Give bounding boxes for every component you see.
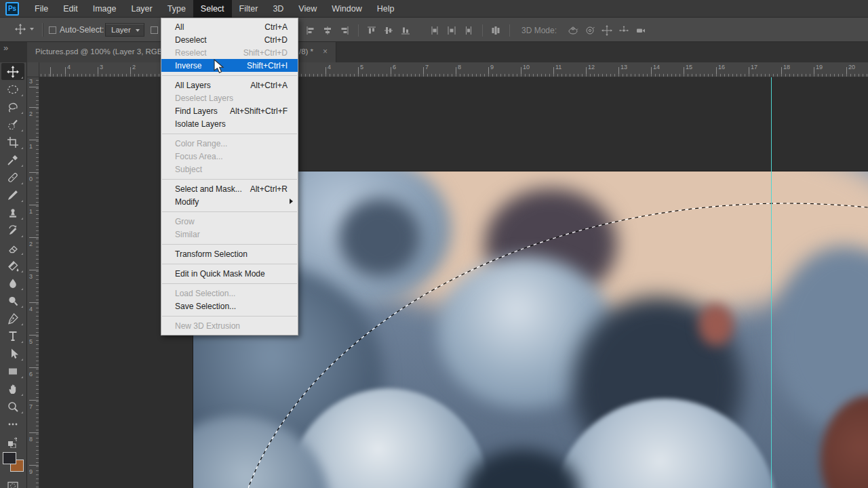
menu-item-label: Inverse [175,61,201,70]
edit-toolbar-tool[interactable] [1,415,24,432]
foreground-color-swatch[interactable] [3,452,16,464]
align-horizontal-centers-icon[interactable] [322,25,334,36]
vertical-guide[interactable] [771,77,772,488]
options-separator [358,24,359,37]
menu-item-label: All [175,22,184,32]
ruler-corner [27,62,39,77]
3d-mode-label: 3D Mode: [521,26,557,35]
vertical-ruler[interactable]: 3210123456789 [27,77,39,488]
tab-close-icon[interactable]: × [323,47,328,56]
pan-3d-camera-icon[interactable] [601,25,613,36]
move-tool-options-icon [15,24,26,35]
menu-item-edit-in-quick-mask-mode[interactable]: Edit in Quick Mask Mode [161,267,298,280]
menubar-item-window[interactable]: Window [324,0,369,18]
align-right-edges-icon[interactable] [339,25,351,36]
menu-item-inverse[interactable]: InverseShift+Ctrl+I [161,59,298,72]
menu-item-transform-selection[interactable]: Transform Selection [161,247,298,260]
menubar-item-3d[interactable]: 3D [265,0,291,18]
align-vertical-centers-icon[interactable] [383,25,395,36]
menubar-item-file[interactable]: File [27,0,56,18]
menu-item-all-layers[interactable]: All LayersAlt+Ctrl+A [161,79,298,92]
h-ruler-number: 18 [783,64,790,70]
marquee-tool[interactable] [1,81,24,98]
distribute-center-icon[interactable] [446,25,458,36]
eyedropper-tool[interactable] [1,151,24,168]
blur-tool[interactable] [1,274,24,291]
menu-separator [162,264,297,264]
hand-tool[interactable] [1,380,24,397]
crop-icon [7,136,19,148]
v-ruler-number: 3 [29,273,33,280]
menu-item-shortcut: Alt+Shift+Ctrl+F [230,106,288,116]
healing-tool[interactable] [1,169,24,186]
menubar-item-type[interactable]: Type [160,0,193,18]
clone-stamp-tool[interactable] [1,204,24,221]
tools-list [0,63,26,450]
menu-item-select-and-mask[interactable]: Select and Mask...Alt+Ctrl+R [161,182,298,195]
menu-item-focus-area: Focus Area... [161,150,298,163]
menu-item-shortcut: Ctrl+A [264,22,288,32]
menu-separator [162,134,297,134]
menu-item-shortcut: Shift+Ctrl+D [243,48,288,58]
menubar-item-select[interactable]: Select [193,0,232,18]
v-ruler-number: 9 [29,468,33,475]
document-title-right: /8) * [299,47,313,56]
dropdown-chevron-icon [136,29,140,32]
crop-tool[interactable] [1,134,24,150]
clone-stamp-icon [7,207,19,219]
photoshop-logo: Ps [5,2,19,16]
menu-item-modify[interactable]: Modify [161,195,298,208]
menubar-item-image[interactable]: Image [85,0,124,18]
menu-item-label: Color Range... [175,139,227,148]
menubar-item-layer[interactable]: Layer [123,0,159,18]
auto-select-checkbox[interactable] [49,26,56,34]
menu-item-label: Select and Mask... [175,184,242,194]
align-top-edges-icon[interactable] [366,25,378,36]
move-tool[interactable] [1,63,24,80]
menu-item-new-3d-extrusion: New 3D Extrusion [161,319,298,332]
history-brush-tool[interactable] [1,222,24,239]
distribute-left-icon[interactable] [429,25,441,36]
menu-item-all[interactable]: AllCtrl+A [161,20,298,33]
path-select-tool[interactable] [1,345,24,362]
menu-item-label: Subject [175,165,202,174]
align-left-edges-icon[interactable] [305,25,317,36]
menubar-item-view[interactable]: View [291,0,324,18]
quick-select-tool[interactable] [1,116,24,133]
menubar-item-edit[interactable]: Edit [56,0,85,18]
gradient-tool[interactable] [1,257,24,274]
zoom-tool[interactable] [1,398,24,415]
mouse-cursor [214,59,226,75]
brush-tool[interactable] [1,186,24,203]
align-bottom-edges-icon[interactable] [400,25,412,36]
pen-tool[interactable] [1,310,24,327]
quick-mask-tool[interactable] [1,477,24,488]
dodge-icon [7,295,19,307]
lasso-tool[interactable] [1,98,24,115]
auto-select-label: Auto-Select: [60,25,104,35]
collapse-panels-icon[interactable]: » [3,43,7,53]
roll-3d-camera-icon[interactable] [585,25,596,36]
menubar-item-help[interactable]: Help [370,0,402,18]
eraser-tool[interactable] [1,239,24,256]
show-transform-controls-checkbox[interactable] [151,26,158,34]
default-swatches-tool[interactable] [1,433,24,450]
rectangle-tool[interactable] [1,363,24,380]
healing-icon [7,171,19,184]
menu-item-deselect[interactable]: DeselectCtrl+D [161,33,298,46]
orbit-3d-camera-icon[interactable] [568,25,579,36]
menu-separator [162,316,297,317]
menu-item-find-layers[interactable]: Find LayersAlt+Shift+Ctrl+F [161,104,298,117]
tool-preset-chevron-icon[interactable] [30,28,34,30]
v-ruler-number: 3 [29,78,33,85]
zoom-3d-camera-icon[interactable] [635,25,647,36]
type-tool[interactable] [1,327,24,344]
dodge-tool[interactable] [1,292,24,309]
menu-item-isolate-layers[interactable]: Isolate Layers [161,117,298,130]
menu-item-save-selection[interactable]: Save Selection... [161,300,298,312]
menubar-item-filter[interactable]: Filter [232,0,266,18]
distribute-columns-icon[interactable] [490,25,502,36]
slide-3d-camera-icon[interactable] [618,25,630,36]
auto-select-target-dropdown[interactable]: Layer [105,23,144,37]
distribute-right-icon[interactable] [463,25,475,36]
